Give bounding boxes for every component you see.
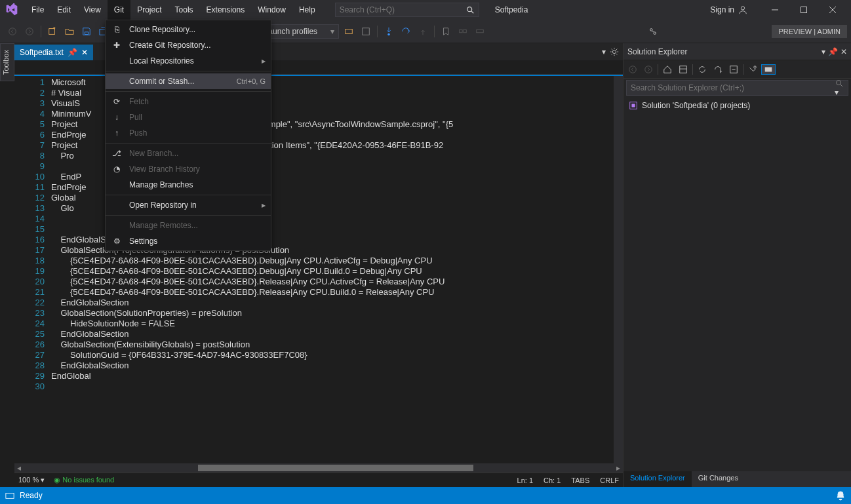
live-share-icon[interactable] (646, 26, 660, 37)
home-icon[interactable] (661, 65, 674, 74)
menu-item-settings[interactable]: ⚙Settings (106, 233, 271, 249)
pin-panel-icon[interactable]: 📌 (828, 47, 838, 56)
properties-icon[interactable] (746, 65, 759, 74)
menu-project[interactable]: Project (130, 0, 168, 20)
preview-admin-button[interactable]: PREVIEW | ADMIN (772, 25, 847, 38)
step-over-icon[interactable] (399, 26, 413, 37)
toolbar-icon-1[interactable] (342, 26, 356, 37)
vs-logo-icon (4, 2, 20, 18)
history-icon: ◔ (111, 165, 123, 174)
nav-back-button[interactable] (5, 26, 20, 37)
editor-status-strip: 100 % ▾ ◉ No issues found Ln: 1 Ch: 1 TA… (14, 473, 623, 487)
menu-file[interactable]: File (25, 0, 50, 20)
menu-item-label: Manage Remotes... (129, 221, 266, 230)
quick-search[interactable] (335, 3, 479, 17)
user-icon (738, 5, 747, 14)
horizontal-scrollbar[interactable]: ◂ ▸ (14, 463, 623, 473)
svg-rect-12 (363, 28, 370, 35)
create-icon: ✚ (111, 41, 123, 50)
menu-item-label: Local Repositories (129, 56, 255, 66)
toolbar-icon-2[interactable] (359, 26, 373, 37)
step-into-icon[interactable] (382, 26, 396, 37)
document-tabs-controls: ▾ (602, 43, 623, 60)
solution-explorer-toolbar (623, 60, 851, 79)
panel-dropdown-icon[interactable]: ▾ (821, 47, 825, 56)
gear-icon[interactable] (610, 47, 619, 56)
menu-item-commit-or-stash[interactable]: Commit or Stash...Ctrl+0, G (106, 73, 271, 89)
svg-line-1 (471, 11, 473, 14)
menu-window[interactable]: Window (251, 0, 292, 20)
menu-item-label: Create Git Repository... (129, 41, 266, 50)
scroll-right-arrow[interactable]: ▸ (614, 463, 623, 473)
zoom-level[interactable]: 100 % ▾ (18, 476, 45, 484)
menu-edit[interactable]: Edit (50, 0, 77, 20)
menu-git[interactable]: Git (108, 0, 130, 20)
sign-in-button[interactable]: Sign in (705, 5, 753, 14)
collapse-icon[interactable] (727, 65, 740, 74)
indent-mode[interactable]: TABS (571, 476, 589, 484)
menu-separator (106, 143, 271, 144)
tab-solution-explorer[interactable]: Solution Explorer (623, 471, 692, 487)
no-issues-badge[interactable]: ◉ No issues found (54, 476, 114, 484)
menu-help[interactable]: Help (292, 0, 322, 20)
toolbar-icon-3[interactable] (456, 26, 470, 37)
fetch-icon: ⟳ (111, 97, 123, 106)
solution-tree[interactable]: Solution 'Softpedia' (0 projects) (623, 97, 851, 471)
back-icon[interactable] (626, 65, 639, 74)
svg-rect-14 (460, 29, 462, 32)
maximize-button[interactable] (789, 0, 818, 20)
menu-view[interactable]: View (77, 0, 108, 20)
step-out-icon[interactable] (416, 26, 430, 37)
tab-git-changes[interactable]: Git Changes (692, 471, 745, 487)
pin-icon[interactable]: 📌 (68, 48, 77, 57)
refresh-icon[interactable] (711, 65, 724, 74)
menu-item-open-repository-in[interactable]: Open Repository in▶ (106, 197, 271, 213)
menu-item-local-repositories[interactable]: Local Repositories▶ (106, 53, 271, 69)
svg-rect-16 (477, 29, 484, 32)
toolbox-tab[interactable]: Toolbox (0, 43, 14, 81)
git-dropdown-menu: ⎘Clone Repository...✚Create Git Reposito… (105, 20, 271, 251)
menu-item-new-branch: ⎇New Branch... (106, 145, 271, 161)
menu-extensions[interactable]: Extensions (200, 0, 252, 20)
scroll-thumb[interactable] (198, 465, 473, 471)
close-button[interactable] (818, 0, 847, 20)
gear-icon: ⚙ (111, 237, 123, 246)
quick-search-input[interactable] (340, 5, 465, 14)
solution-search[interactable]: ▾ (626, 80, 848, 96)
branch-icon: ⎇ (111, 149, 123, 158)
svg-rect-27 (765, 67, 772, 71)
close-panel-icon[interactable]: ✕ (841, 47, 847, 56)
nav-fwd-button[interactable] (22, 26, 37, 37)
new-project-button[interactable] (45, 26, 60, 37)
eol-mode[interactable]: CRLF (600, 476, 619, 484)
document-tab-active[interactable]: Softpedia.txt 📌 ✕ (14, 45, 93, 60)
svg-rect-11 (346, 29, 353, 33)
menu-item-label: Fetch (129, 97, 266, 106)
switch-views-icon[interactable] (677, 65, 690, 74)
scroll-left-arrow[interactable]: ◂ (14, 463, 24, 473)
open-file-button[interactable] (62, 26, 77, 37)
menu-item-manage-branches[interactable]: Manage Branches (106, 177, 271, 193)
vertical-scrollbar[interactable] (614, 76, 623, 463)
solution-search-input[interactable] (631, 83, 835, 92)
save-button[interactable] (79, 26, 94, 37)
solution-root-item[interactable]: Solution 'Softpedia' (0 projects) (627, 100, 847, 111)
toolbar-icon-4[interactable] (473, 26, 487, 37)
window-controls (761, 0, 847, 20)
menu-item-pull: ↓Pull (106, 109, 271, 125)
close-tab-icon[interactable]: ✕ (81, 48, 88, 57)
fwd-icon[interactable] (642, 65, 655, 74)
submenu-arrow-icon: ▶ (262, 58, 266, 64)
menu-item-push: ↑Push (106, 125, 271, 141)
separator (41, 26, 41, 37)
notifications-icon[interactable] (835, 490, 846, 501)
menu-item-clone-repository[interactable]: ⎘Clone Repository... (106, 22, 271, 37)
menu-item-create-git-repository[interactable]: ✚Create Git Repository... (106, 37, 271, 53)
bookmark-icon[interactable] (439, 26, 453, 37)
menu-item-label: View Branch History (129, 165, 266, 174)
dropdown-icon[interactable]: ▾ (602, 47, 606, 56)
minimize-button[interactable] (761, 0, 789, 20)
sync-icon[interactable] (696, 65, 709, 74)
preview-selected-icon[interactable] (762, 65, 775, 74)
menu-tools[interactable]: Tools (168, 0, 200, 20)
